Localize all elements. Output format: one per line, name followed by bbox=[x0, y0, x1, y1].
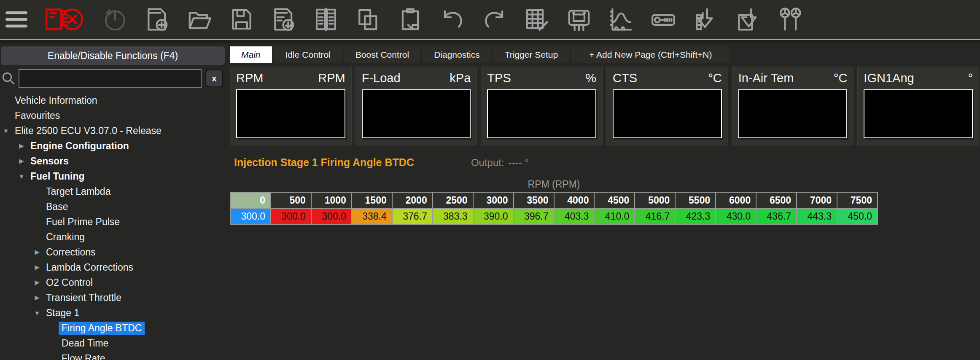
table-value-cell[interactable]: 376.7 bbox=[393, 209, 433, 225]
tree-item-dead-time[interactable]: Dead Time bbox=[0, 336, 226, 351]
tree-item-label: Corrections bbox=[43, 246, 99, 259]
menu-icon[interactable] bbox=[5, 8, 28, 31]
tree-item-firing-angle-btdc[interactable]: Firing Angle BTDC bbox=[0, 320, 226, 336]
search-input[interactable] bbox=[19, 69, 202, 88]
rpm-axis-header-cell[interactable]: 7500 bbox=[837, 193, 878, 209]
rpm-axis-header-cell[interactable]: 4000 bbox=[555, 193, 595, 209]
tree-item-vehicle-information[interactable]: Vehicle Information bbox=[0, 93, 226, 108]
tree-item-engine-configuration[interactable]: ▶Engine Configuration bbox=[0, 138, 226, 153]
rpm-axis-header-cell[interactable]: 3500 bbox=[514, 193, 555, 209]
table-value-cell[interactable]: 450.0 bbox=[837, 209, 878, 225]
tree-right-arrow-icon[interactable]: ▶ bbox=[31, 279, 43, 286]
compare-maps-icon[interactable] bbox=[313, 6, 339, 32]
rpm-axis-header-cell[interactable]: 2000 bbox=[393, 193, 433, 209]
tree-item-sensors[interactable]: ▶Sensors bbox=[0, 153, 226, 169]
rpm-axis-header-cell[interactable]: 6000 bbox=[716, 193, 757, 209]
rpm-axis-header-cell[interactable]: 5500 bbox=[676, 193, 716, 209]
gauge-rpm[interactable]: RPMRPM bbox=[230, 67, 352, 145]
tree-item-label: Target Lambda bbox=[43, 185, 113, 198]
table-value-cell[interactable]: 423.3 bbox=[676, 209, 716, 225]
tree-item-fuel-prime-pulse[interactable]: Fuel Prime Pulse bbox=[0, 214, 226, 229]
table-value-cell[interactable]: 430.0 bbox=[716, 209, 757, 225]
read-from-ecu-icon[interactable] bbox=[692, 6, 719, 32]
copy-icon[interactable] bbox=[355, 6, 381, 32]
tree-item-elite-2500-ecu-v3-07-0-release[interactable]: ▼Elite 2500 ECU V3.07.0 - Release bbox=[0, 123, 226, 138]
tree-item-base[interactable]: Base bbox=[0, 199, 226, 214]
tree-right-arrow-icon[interactable]: ▶ bbox=[31, 263, 43, 271]
redo-icon[interactable] bbox=[482, 6, 508, 32]
paste-icon[interactable] bbox=[397, 6, 423, 32]
reels-icon[interactable] bbox=[777, 6, 803, 32]
table-value-cell[interactable]: 390.0 bbox=[474, 209, 514, 225]
tree-right-arrow-icon[interactable]: ▶ bbox=[31, 248, 43, 256]
tree-item-transient-throttle[interactable]: ▶Transient Throttle bbox=[0, 290, 226, 305]
save-map-as-icon[interactable] bbox=[271, 6, 297, 32]
rpm-axis-header-cell[interactable]: 500 bbox=[271, 193, 312, 209]
undo-icon[interactable] bbox=[439, 6, 466, 32]
table-value-cell[interactable]: 300.0 bbox=[271, 209, 312, 225]
table-value-cell[interactable]: 396.7 bbox=[514, 209, 555, 225]
edit-tables-icon[interactable] bbox=[524, 6, 550, 32]
tree-down-arrow-icon[interactable]: ▼ bbox=[0, 127, 12, 134]
tree-item-stage-1[interactable]: ▼Stage 1 bbox=[0, 305, 226, 320]
tab-trigger-setup[interactable]: Trigger Setup bbox=[493, 46, 569, 63]
rpm-axis-header-cell[interactable]: 0 bbox=[231, 193, 271, 209]
rpm-axis-header-cell[interactable]: 2500 bbox=[433, 193, 474, 209]
rpm-axis-header-cell[interactable]: 4500 bbox=[595, 193, 635, 209]
write-to-ecu-icon[interactable] bbox=[735, 6, 761, 32]
ecu-disconnected-icon[interactable] bbox=[44, 5, 86, 34]
add-new-page-tab[interactable]: + Add New Page (Ctrl+Shift+N) bbox=[571, 46, 730, 63]
table-value-cell[interactable]: 338.4 bbox=[352, 209, 393, 225]
table-value-cell[interactable]: 403.3 bbox=[555, 209, 595, 225]
function-tree: Vehicle InformationFavourites▼Elite 2500… bbox=[0, 90, 226, 360]
rpm-axis-header-cell[interactable]: 1500 bbox=[352, 193, 393, 209]
power-icon[interactable] bbox=[102, 6, 128, 32]
table-value-cell[interactable]: 443.3 bbox=[797, 209, 837, 225]
tree-item-label: Flow Rate bbox=[59, 352, 108, 360]
datalog-icon[interactable] bbox=[608, 6, 634, 32]
tree-item-corrections[interactable]: ▶Corrections bbox=[0, 244, 226, 260]
tree-right-arrow-icon[interactable]: ▶ bbox=[16, 142, 27, 150]
ecu-settings-icon[interactable] bbox=[566, 6, 592, 32]
table-value-cell[interactable]: 416.7 bbox=[635, 209, 676, 225]
password-icon[interactable] bbox=[650, 6, 676, 32]
table-value-cell[interactable]: 436.7 bbox=[757, 209, 797, 225]
tree-right-arrow-icon[interactable]: ▶ bbox=[31, 294, 43, 301]
gauge-ign1ang[interactable]: IGN1Ang° bbox=[857, 67, 979, 145]
table-value-cell[interactable]: 410.0 bbox=[595, 209, 635, 225]
output-label: Output: bbox=[471, 157, 504, 169]
tree-item-cranking[interactable]: Cranking bbox=[0, 229, 226, 244]
enable-disable-functions-header[interactable]: Enable/Disable Functions (F4) bbox=[1, 46, 225, 65]
rpm-axis-header-cell[interactable]: 7000 bbox=[797, 193, 837, 209]
clear-search-button[interactable]: x bbox=[205, 70, 223, 87]
new-map-icon[interactable] bbox=[144, 6, 170, 32]
tree-item-fuel-tuning[interactable]: ▼Fuel Tuning bbox=[0, 169, 226, 184]
rpm-axis-header-cell[interactable]: 6500 bbox=[757, 193, 797, 209]
gauge-tps[interactable]: TPS% bbox=[481, 67, 603, 145]
tab-idle-control[interactable]: Idle Control bbox=[274, 46, 342, 63]
gauge-label: RPM bbox=[236, 71, 263, 85]
tab-diagnostics[interactable]: Diagnostics bbox=[423, 46, 491, 63]
tab-boost-control[interactable]: Boost Control bbox=[344, 46, 420, 63]
rpm-axis-header-cell[interactable]: 1000 bbox=[312, 193, 352, 209]
open-map-icon[interactable] bbox=[186, 6, 213, 32]
table-value-cell[interactable]: 383.3 bbox=[433, 209, 474, 225]
tab-main[interactable]: Main bbox=[230, 46, 272, 63]
tree-item-o2-control[interactable]: ▶O2 Control bbox=[0, 275, 226, 290]
tree-item-favourites[interactable]: Favourites bbox=[0, 108, 226, 123]
tree-down-arrow-icon[interactable]: ▼ bbox=[16, 173, 27, 180]
gauge-label: IGN1Ang bbox=[864, 71, 914, 85]
gauge-cts[interactable]: CTS°C bbox=[606, 67, 728, 145]
table-value-cell-selected[interactable]: 300.0 bbox=[231, 209, 271, 225]
rpm-axis-header-cell[interactable]: 3000 bbox=[474, 193, 514, 209]
rpm-axis-header-cell[interactable]: 5000 bbox=[635, 193, 676, 209]
table-value-cell[interactable]: 300.0 bbox=[312, 209, 352, 225]
tree-item-target-lambda[interactable]: Target Lambda bbox=[0, 184, 226, 199]
tree-down-arrow-icon[interactable]: ▼ bbox=[31, 309, 43, 317]
tree-item-lambda-corrections[interactable]: ▶Lambda Corrections bbox=[0, 260, 226, 275]
save-map-icon[interactable] bbox=[229, 6, 255, 32]
gauge-in-air-tem[interactable]: In-Air Tem°C bbox=[732, 67, 854, 145]
gauge-f-load[interactable]: F-LoadkPa bbox=[355, 67, 477, 145]
tree-item-flow-rate[interactable]: Flow Rate bbox=[0, 351, 226, 360]
tree-right-arrow-icon[interactable]: ▶ bbox=[16, 157, 27, 165]
